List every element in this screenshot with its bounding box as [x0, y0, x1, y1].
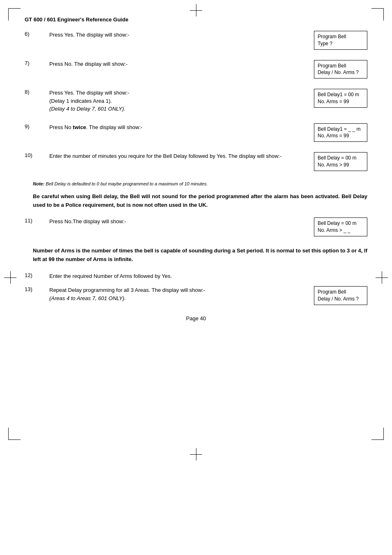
step-8-text-sub1: (Delay 1 indicates Area 1).	[49, 98, 112, 104]
step-10-display-line2: No. Arms > 99	[318, 162, 364, 169]
step-11-text: Press No.The display will show:-	[49, 217, 306, 226]
crosshair-bottom	[190, 448, 202, 460]
step-11-display: Bell Delay = 00 m No. Arms > _ _	[314, 217, 367, 236]
step-6-display-line1: Program Bell	[318, 33, 364, 40]
step-9-display-line2: No. Arms = 99	[318, 132, 364, 139]
step-9-row: 9) Press No twice. The display will show…	[25, 123, 367, 142]
step-9-display: Bell Delay1 = _ _ m No. Arms = 99	[314, 123, 367, 142]
step-7-display-line2: Delay / No. Arms ?	[318, 69, 364, 76]
step-13-num: 13)	[25, 286, 49, 292]
step-7-display: Program Bell Delay / No. Arms ?	[314, 60, 367, 79]
step-10-num: 10)	[25, 152, 49, 158]
step-8-display: Bell Delay1 = 00 m No. Arms = 99	[314, 89, 367, 108]
step-9-text: Press No twice. The display will show:-	[49, 123, 306, 132]
note-label: Note:	[33, 181, 44, 186]
step-8-text-main: Press Yes. The display will show:-	[49, 90, 129, 96]
crosshair-left	[4, 271, 16, 284]
step-9-num: 9)	[25, 123, 49, 130]
step-6-num: 6)	[25, 31, 49, 37]
step-7-display-line1: Program Bell	[318, 62, 364, 69]
step-7-text: Press No. The display will show:-	[49, 60, 306, 68]
step-10-text: Enter the number of minutes you require …	[49, 152, 306, 160]
info-text: Number of Arms is the number of times th…	[33, 247, 367, 264]
step-11-display-line2: No. Arms > _ _	[318, 227, 364, 234]
note: Note: Bell Delay is defaulted to 0 but m…	[25, 181, 367, 186]
step-13-row: 13) Repeat Delay programming for all 3 A…	[25, 286, 367, 305]
step-11-num: 11)	[25, 217, 49, 224]
step-10-display: Bell Delay = 00 m No. Arms > 99	[314, 152, 367, 171]
step-11-display-line1: Bell Delay = 00 m	[318, 220, 364, 227]
step-12-num: 12)	[25, 272, 49, 278]
step-8-display-line2: No. Arms = 99	[318, 98, 364, 105]
step-6-row: 6) Press Yes. The display will show:- Pr…	[25, 31, 367, 50]
step-10-display-line1: Bell Delay = 00 m	[318, 155, 364, 162]
header-title: GT 600 / 601 Engineer's Reference Guide	[25, 16, 128, 23]
corner-mark-top-left	[8, 8, 21, 21]
note-text: Bell Delay is defaulted to 0 but maybe p…	[46, 181, 208, 186]
step-7-num: 7)	[25, 60, 49, 66]
crosshair-right	[376, 271, 388, 284]
page: GT 600 / 601 Engineer's Reference Guide …	[0, 0, 392, 555]
warning-text: Be careful when using Bell delay, the Be…	[33, 192, 367, 210]
crosshair-top	[190, 4, 202, 16]
step-9-text-main: Press No	[49, 124, 73, 130]
corner-mark-top-right	[371, 8, 384, 21]
step-13-text-main: Repeat Delay programming for all 3 Areas…	[49, 287, 205, 293]
step-8-text-sub2: (Delay 4 to Delay 7, 601 ONLY).	[49, 106, 125, 112]
step-6-display: Program Bell Type ?	[314, 31, 367, 50]
page-header: GT 600 / 601 Engineer's Reference Guide	[25, 16, 367, 23]
step-12-row: 12) Enter the required Number of Arms fo…	[25, 272, 367, 280]
step-13-text: Repeat Delay programming for all 3 Areas…	[49, 286, 306, 302]
step-13-display-line1: Program Bell	[318, 289, 364, 296]
page-number: Page 40	[25, 315, 367, 321]
step-13-display-line2: Delay / No. Arms ?	[318, 296, 364, 303]
step-7-row: 7) Press No. The display will show:- Pro…	[25, 60, 367, 79]
step-8-num: 8)	[25, 89, 49, 95]
step-9-text-end: . The display will show:-	[86, 124, 143, 130]
step-10-row: 10) Enter the number of minutes you requ…	[25, 152, 367, 171]
step-6-text: Press Yes. The display will show:-	[49, 31, 306, 39]
step-8-display-line1: Bell Delay1 = 00 m	[318, 91, 364, 98]
step-9-display-line1: Bell Delay1 = _ _ m	[318, 126, 364, 133]
corner-mark-bottom-right	[371, 428, 384, 440]
step-12-text: Enter the required Number of Arms follow…	[49, 272, 367, 280]
corner-mark-bottom-left	[8, 428, 21, 440]
step-6-display-line2: Type ?	[318, 40, 364, 47]
step-9-text-bold: twice	[73, 124, 86, 130]
step-8-text: Press Yes. The display will show:- (Dela…	[49, 89, 306, 113]
step-13-display: Program Bell Delay / No. Arms ?	[314, 286, 367, 305]
step-13-text-sub: (Areas 4 to Areas 7, 601 ONLY).	[49, 295, 126, 301]
step-8-row: 8) Press Yes. The display will show:- (D…	[25, 89, 367, 113]
step-11-row: 11) Press No.The display will show:- Bel…	[25, 217, 367, 236]
